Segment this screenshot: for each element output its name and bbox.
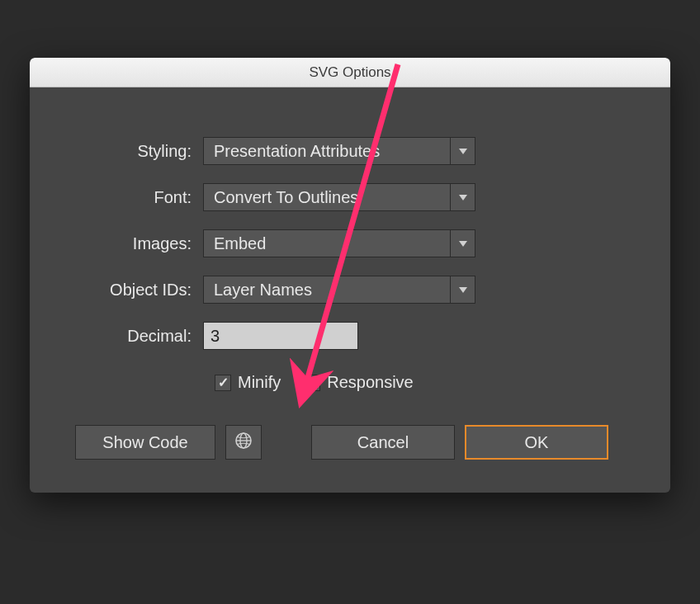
row-styling: Styling: Presentation Attributes	[75, 137, 625, 165]
dropdown-font-arrow[interactable]	[450, 184, 475, 210]
dropdown-object-ids-arrow[interactable]	[450, 276, 475, 303]
dropdown-styling-arrow[interactable]	[450, 138, 475, 164]
chevron-down-icon	[459, 287, 467, 293]
dropdown-images-value: Embed	[204, 234, 450, 253]
button-spacer	[272, 425, 301, 460]
dropdown-images[interactable]: Embed	[203, 229, 475, 257]
chevron-down-icon	[459, 195, 467, 201]
label-object-ids: Object IDs:	[75, 281, 203, 300]
dropdown-object-ids[interactable]: Layer Names	[203, 276, 475, 304]
row-object-ids: Object IDs: Layer Names	[75, 276, 625, 304]
chevron-down-icon	[459, 149, 467, 154]
checkbox-group-minify: Minify	[215, 373, 281, 392]
row-decimal: Decimal:	[75, 322, 625, 350]
ok-button[interactable]: OK	[465, 425, 608, 460]
row-font: Font: Convert To Outlines	[75, 183, 625, 211]
dialog-content: Styling: Presentation Attributes Font: C…	[30, 87, 670, 493]
chevron-down-icon	[459, 241, 467, 247]
dropdown-font-value: Convert To Outlines	[204, 188, 450, 207]
input-decimal[interactable]	[203, 322, 358, 350]
ok-label: OK	[525, 433, 549, 452]
preview-in-browser-button[interactable]	[225, 425, 262, 460]
label-images: Images:	[75, 234, 203, 253]
label-decimal: Decimal:	[75, 327, 203, 346]
button-row: Show Code Cancel OK	[75, 425, 625, 460]
checkbox-minify[interactable]	[215, 375, 231, 391]
dialog-title: SVG Options	[309, 64, 390, 81]
row-images: Images: Embed	[75, 229, 625, 257]
show-code-button[interactable]: Show Code	[75, 425, 215, 460]
dialog-titlebar[interactable]: SVG Options	[30, 58, 670, 87]
label-font: Font:	[75, 188, 203, 207]
checkbox-responsive-label: Responsive	[327, 373, 414, 392]
dropdown-images-arrow[interactable]	[450, 230, 475, 257]
checkbox-group-responsive: Responsive	[304, 373, 414, 392]
checkbox-minify-label: Minify	[238, 373, 281, 392]
globe-icon	[234, 432, 253, 454]
dropdown-font[interactable]: Convert To Outlines	[203, 183, 475, 211]
cancel-button[interactable]: Cancel	[311, 425, 455, 460]
show-code-label: Show Code	[102, 433, 187, 452]
label-styling: Styling:	[75, 142, 203, 161]
svg-options-dialog: SVG Options Styling: Presentation Attrib…	[30, 58, 670, 493]
checkbox-responsive[interactable]	[304, 375, 320, 391]
dropdown-object-ids-value: Layer Names	[204, 281, 450, 300]
dropdown-styling-value: Presentation Attributes	[204, 142, 450, 161]
dropdown-styling[interactable]: Presentation Attributes	[203, 137, 475, 165]
checkbox-row: Minify Responsive	[75, 373, 625, 392]
cancel-label: Cancel	[357, 433, 409, 452]
